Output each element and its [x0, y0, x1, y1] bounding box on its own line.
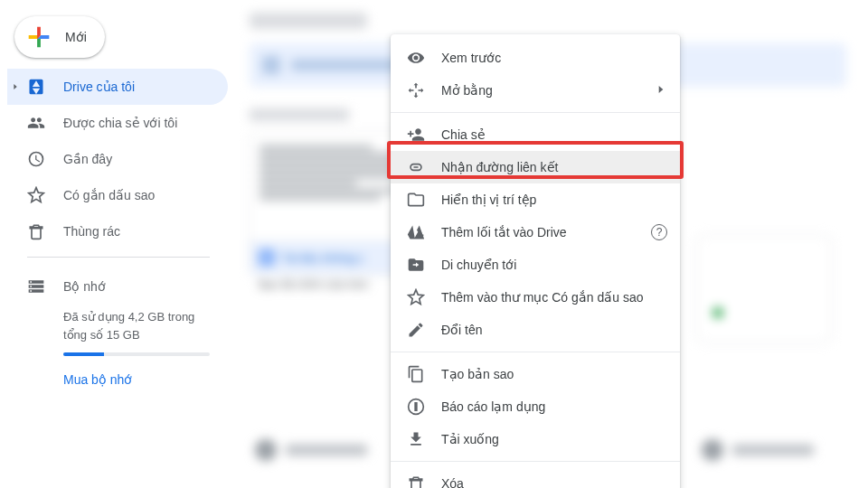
chevron-right-icon	[11, 82, 20, 91]
menu-item-show-location[interactable]: Hiển thị vị trí tệp	[391, 183, 680, 216]
menu-item-share[interactable]: Chia sẻ	[391, 118, 680, 151]
folder-icon	[407, 191, 425, 209]
sidebar-item-starred[interactable]: Có gắn dấu sao	[7, 177, 228, 213]
sidebar-item-shared[interactable]: Được chia sẻ với tôi	[7, 105, 228, 141]
star-outline-icon	[407, 288, 425, 306]
clock-icon	[27, 150, 45, 168]
sidebar-item-label: Thùng rác	[63, 224, 120, 239]
storage-icon	[27, 277, 45, 296]
menu-label: Nhận đường liên kết	[441, 160, 665, 174]
menu-item-add-starred[interactable]: Thêm vào thư mục Có gắn dấu sao	[391, 281, 680, 314]
menu-item-remove[interactable]: Xóa	[391, 467, 680, 488]
sidebar: Mới Drive của tôi Được chia sẻ với tôi G…	[0, 0, 228, 488]
report-icon	[407, 398, 425, 416]
sidebar-item-label: Có gắn dấu sao	[63, 188, 155, 202]
star-icon	[27, 186, 45, 204]
menu-item-add-shortcut[interactable]: Thêm lối tắt vào Drive ?	[391, 216, 680, 249]
menu-label: Xóa	[441, 476, 665, 488]
menu-item-open-with[interactable]: Mở bằng	[391, 74, 680, 107]
storage-label: Bộ nhớ	[63, 279, 106, 294]
menu-label: Đổi tên	[441, 323, 665, 337]
sidebar-item-trash[interactable]: Thùng rác	[7, 213, 228, 249]
sidebar-item-label: Được chia sẻ với tôi	[63, 116, 177, 130]
download-icon	[407, 430, 425, 448]
buy-storage-link[interactable]: Mua bộ nhớ	[63, 372, 132, 387]
menu-label: Chia sẻ	[441, 127, 665, 142]
menu-label: Tạo bản sao	[441, 367, 665, 381]
new-button[interactable]: Mới	[14, 16, 105, 58]
menu-label: Mở bằng	[441, 83, 665, 98]
menu-item-preview[interactable]: Xem trước	[391, 42, 680, 74]
file-name: Tài liệu không c	[281, 251, 364, 265]
sidebar-item-recent[interactable]: Gần đây	[7, 141, 228, 177]
sidebar-item-storage[interactable]: Bộ nhớ	[27, 268, 210, 305]
menu-label: Di chuyển tới	[441, 258, 665, 272]
menu-label: Thêm vào thư mục Có gắn dấu sao	[441, 290, 665, 305]
help-icon[interactable]: ?	[651, 224, 667, 240]
sidebar-item-label: Drive của tôi	[63, 80, 135, 94]
drive-icon	[27, 78, 45, 96]
menu-divider	[391, 112, 680, 113]
storage-section: Bộ nhớ Đã sử dụng 4,2 GB trong tổng số 1…	[7, 265, 228, 387]
sidebar-item-label: Gần đây	[63, 152, 112, 166]
copy-icon	[407, 365, 425, 383]
menu-label: Thêm lối tắt vào Drive	[441, 225, 665, 239]
plus-icon	[24, 22, 54, 52]
menu-item-report-abuse[interactable]: Báo cáo lạm dụng	[391, 390, 680, 423]
menu-divider	[391, 352, 680, 352]
menu-item-make-copy[interactable]: Tạo bản sao	[391, 358, 680, 390]
menu-label: Hiển thị vị trí tệp	[441, 192, 665, 207]
storage-bar-fill	[63, 352, 104, 356]
pencil-icon	[407, 321, 425, 339]
sidebar-item-my-drive[interactable]: Drive của tôi	[7, 69, 228, 105]
link-icon	[407, 158, 425, 176]
docs-icon	[259, 250, 274, 265]
trash-icon	[407, 474, 425, 488]
context-menu: Xem trước Mở bằng Chia sẻ Nhận đường liê…	[391, 34, 680, 488]
person-add-icon	[407, 126, 425, 144]
chevron-right-icon	[655, 83, 667, 99]
menu-item-download[interactable]: Tải xuống	[391, 423, 680, 455]
open-with-icon	[407, 81, 425, 99]
menu-label: Tải xuống	[441, 432, 665, 446]
menu-label: Xem trước	[441, 51, 665, 65]
menu-label: Báo cáo lạm dụng	[441, 399, 665, 414]
storage-usage-text: Đã sử dụng 4,2 GB trong tổng số 15 GB	[27, 308, 210, 343]
eye-icon	[407, 49, 425, 67]
people-icon	[27, 114, 45, 132]
trash-icon	[27, 222, 45, 240]
drive-add-icon	[407, 223, 425, 241]
new-button-label: Mới	[65, 30, 87, 44]
storage-bar	[63, 352, 210, 356]
menu-item-get-link[interactable]: Nhận đường liên kết	[391, 151, 680, 183]
menu-item-move-to[interactable]: Di chuyển tới	[391, 249, 680, 281]
menu-divider	[391, 461, 680, 462]
move-icon	[407, 256, 425, 274]
sidebar-divider	[27, 257, 210, 258]
menu-item-rename[interactable]: Đổi tên	[391, 314, 680, 346]
